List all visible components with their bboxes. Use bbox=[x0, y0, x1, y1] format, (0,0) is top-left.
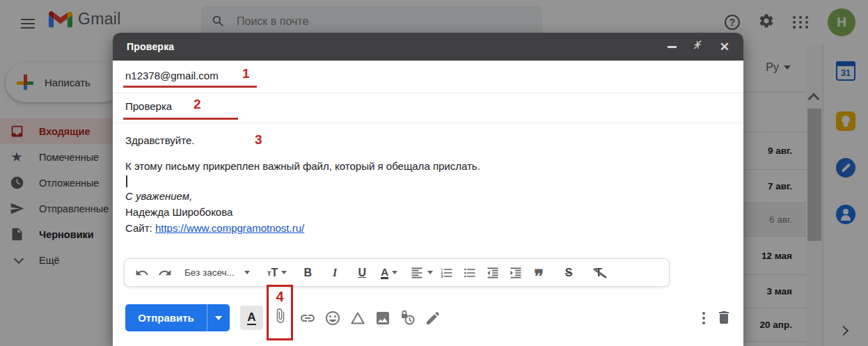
exit-fullscreen-icon[interactable] bbox=[693, 40, 703, 53]
discard-draft-icon[interactable] bbox=[716, 309, 732, 329]
annotation-box-4: 4 bbox=[267, 285, 293, 340]
bulleted-list-icon[interactable] bbox=[461, 262, 479, 283]
annotation-1: 1 bbox=[242, 66, 250, 81]
numbered-list-icon[interactable] bbox=[438, 262, 456, 283]
minimize-icon[interactable] bbox=[668, 46, 677, 48]
insert-photo-icon[interactable] bbox=[374, 310, 391, 327]
caret-down-icon bbox=[244, 271, 250, 274]
annotation-underline-1 bbox=[123, 86, 257, 88]
align-button[interactable] bbox=[410, 262, 433, 283]
send-button[interactable]: Отправить bbox=[125, 304, 230, 331]
font-family-select[interactable]: Без засеч... bbox=[184, 262, 260, 283]
attach-file-icon[interactable] bbox=[272, 308, 288, 324]
close-icon[interactable]: ✕ bbox=[720, 41, 729, 53]
recipient-value: n12378@gmail.com bbox=[125, 70, 219, 81]
send-button-label[interactable]: Отправить bbox=[125, 304, 207, 331]
strikethrough-button[interactable]: S bbox=[560, 262, 578, 283]
formatting-toolbar: Без засеч... тТ B I U A bbox=[124, 258, 670, 287]
caret-down-icon bbox=[392, 271, 397, 274]
compose-window-controls: ✕ bbox=[668, 40, 729, 53]
redo-icon[interactable] bbox=[156, 262, 174, 283]
signature-pen-icon[interactable] bbox=[425, 310, 441, 327]
compose-header[interactable]: Проверка ✕ bbox=[113, 33, 743, 61]
text-cursor bbox=[126, 175, 127, 187]
annotation-2: 2 bbox=[194, 97, 201, 112]
caret-down-icon bbox=[427, 271, 433, 274]
remove-formatting-button[interactable]: T bbox=[590, 262, 608, 283]
compose-window: Проверка ✕ n12378@gmail.com 1 Проверка 2… bbox=[113, 33, 743, 346]
font-size-select[interactable]: тТ bbox=[267, 262, 287, 283]
text-color-button[interactable]: A bbox=[380, 262, 398, 283]
bold-button[interactable]: B bbox=[299, 262, 317, 283]
signature-closing: С уважением, bbox=[125, 188, 731, 204]
italic-button[interactable]: I bbox=[326, 262, 344, 283]
gmail-app: Gmail ? H Написать bbox=[0, 0, 868, 346]
insert-drive-icon[interactable] bbox=[349, 310, 366, 327]
subject-value: Проверка bbox=[125, 100, 172, 112]
signature-site-line: Сайт: https://www.compgramotnost.ru/ bbox=[125, 220, 731, 236]
message-body[interactable]: Здравствуйте. 3 К этому письму прикрепле… bbox=[113, 123, 743, 236]
indent-decrease-icon[interactable] bbox=[484, 262, 502, 283]
caret-down-icon bbox=[281, 271, 287, 274]
signature-name: Надежда Широбокова bbox=[125, 204, 731, 220]
quote-icon[interactable]: ❞ bbox=[530, 266, 548, 287]
annotation-4: 4 bbox=[276, 288, 283, 305]
annotation-underline-2 bbox=[123, 118, 238, 120]
site-link[interactable]: https://www.compgramotnost.ru/ bbox=[155, 222, 304, 234]
confidential-mode-icon[interactable] bbox=[400, 310, 416, 327]
body-paragraph: К этому письму прикреплен важный файл, к… bbox=[125, 158, 731, 174]
underline-button[interactable]: U bbox=[353, 262, 371, 283]
compose-title: Проверка bbox=[127, 41, 174, 52]
insert-emoji-icon[interactable] bbox=[324, 310, 341, 327]
site-label: Сайт: bbox=[125, 222, 155, 234]
annotation-3: 3 bbox=[255, 132, 262, 148]
subject-field[interactable]: Проверка 2 bbox=[113, 93, 743, 123]
send-options-caret[interactable] bbox=[207, 304, 230, 331]
insert-link-icon[interactable] bbox=[299, 310, 316, 327]
indent-increase-icon[interactable] bbox=[507, 262, 525, 283]
compose-action-icons bbox=[299, 304, 441, 331]
formatting-options-toggle[interactable]: A bbox=[240, 306, 263, 330]
more-options-icon[interactable] bbox=[697, 306, 710, 331]
undo-icon[interactable] bbox=[133, 262, 151, 283]
body-greeting-line: Здравствуйте. 3 bbox=[125, 132, 731, 148]
recipient-field[interactable]: n12378@gmail.com 1 bbox=[113, 61, 743, 93]
